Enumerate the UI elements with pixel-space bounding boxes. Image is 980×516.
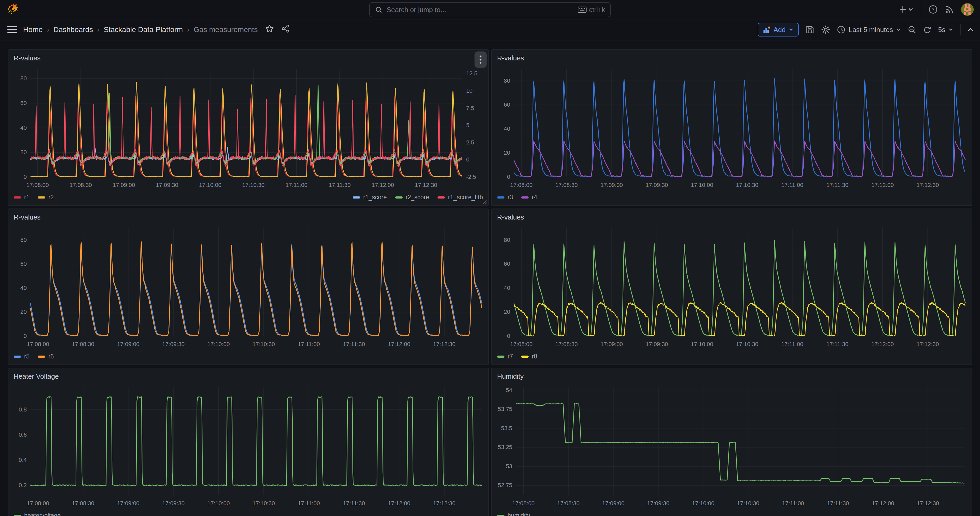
panel-title[interactable]: R-values <box>492 50 972 66</box>
share-button[interactable] <box>282 24 290 35</box>
panel-menu-button[interactable] <box>474 51 487 68</box>
y-axis-right-label: 0 <box>466 156 469 163</box>
save-icon <box>805 25 815 34</box>
add-button-label: Add <box>773 26 786 34</box>
breadcrumb-item-gas-measurements: Gas measurements <box>194 25 258 34</box>
y-axis-label: 0.8 <box>19 406 27 413</box>
y-axis-label: 80 <box>20 237 27 243</box>
chevron-up-icon <box>967 27 974 32</box>
gear-icon <box>821 25 830 34</box>
news-button[interactable] <box>945 5 954 14</box>
breadcrumb-item-home[interactable]: Home <box>23 25 43 34</box>
x-axis-label: 17:08:30 <box>557 500 579 506</box>
x-axis-label: 17:10:00 <box>691 341 713 347</box>
time-series-chart[interactable]: 02040608017:08:0017:08:3017:09:0017:09:3… <box>492 66 972 193</box>
legend-item-r1_score_lttb[interactable]: r1_score_lttb <box>438 194 483 201</box>
legend-item-r2[interactable]: r2 <box>38 194 54 201</box>
panel-title[interactable]: R-values <box>8 50 488 66</box>
x-axis-label: 17:12:00 <box>372 182 394 188</box>
menu-toggle-button[interactable] <box>6 25 18 34</box>
legend-label: heatervoltage <box>24 512 60 516</box>
time-series-chart[interactable]: 02040608017:08:0017:08:3017:09:0017:09:3… <box>8 225 488 352</box>
avatar[interactable] <box>961 3 974 16</box>
zoom-out-button[interactable] <box>908 25 916 34</box>
kebab-icon <box>479 56 482 64</box>
series-line-r4 <box>514 141 965 177</box>
time-series-chart[interactable]: 02040608017:08:0017:08:3017:09:0017:09:3… <box>492 225 972 352</box>
svg-text:?: ? <box>932 7 935 12</box>
panel-r-values-4: R-values02040608017:08:0017:08:3017:09:0… <box>491 209 972 365</box>
breadcrumb: Home›Dashboards›Stackable Data Platform›… <box>23 25 258 34</box>
panel-title[interactable]: Heater Voltage <box>8 368 488 384</box>
help-button[interactable]: ? <box>929 5 937 14</box>
dashboard-settings-button[interactable] <box>821 25 830 34</box>
x-axis-label: 17:10:30 <box>737 500 759 506</box>
y-axis-right-label: -2.5 <box>466 174 476 180</box>
legend-label: r1_score_lttb <box>448 194 483 201</box>
series-line-r5 <box>30 244 482 336</box>
legend-item-r7[interactable]: r7 <box>497 353 513 360</box>
save-dashboard-button[interactable] <box>805 25 815 34</box>
time-series-chart[interactable]: 020406080-2.502.557.51012.517:08:0017:08… <box>8 66 488 193</box>
legend-label: r1_score <box>363 194 387 201</box>
refresh-interval-picker[interactable]: 5s <box>938 26 953 34</box>
legend-item-r5[interactable]: r5 <box>14 353 29 360</box>
x-axis-label: 17:12:00 <box>871 182 894 188</box>
time-series-chart[interactable]: 0.20.40.60.817:08:0017:08:3017:09:0017:0… <box>8 384 488 511</box>
collapse-toolbar-button[interactable] <box>967 27 974 32</box>
panel-title[interactable]: R-values <box>492 209 972 225</box>
y-axis-label: 60 <box>504 261 510 267</box>
x-axis-label: 17:09:00 <box>600 341 623 347</box>
new-button[interactable] <box>899 6 913 13</box>
legend-item-r8[interactable]: r8 <box>521 353 537 360</box>
breadcrumb-item-dashboards[interactable]: Dashboards <box>53 25 93 34</box>
favorite-button[interactable] <box>265 24 274 35</box>
grafana-logo[interactable] <box>6 3 20 16</box>
time-series-chart[interactable]: 52.755353.2553.553.755417:08:0017:08:301… <box>492 384 972 511</box>
breadcrumb-item-stackable-data-platform[interactable]: Stackable Data Platform <box>104 25 183 34</box>
dashboard-grid: R-values020406080-2.502.557.51012.517:08… <box>0 49 980 516</box>
x-axis-label: 17:08:30 <box>72 341 94 347</box>
x-axis-label: 17:11:00 <box>781 341 803 347</box>
legend-item-r3[interactable]: r3 <box>497 194 513 201</box>
legend-item-r1_score[interactable]: r1_score <box>353 194 387 201</box>
legend-item-r6[interactable]: r6 <box>38 353 54 360</box>
legend-item-r4[interactable]: r4 <box>521 194 537 201</box>
legend-swatch <box>353 196 360 199</box>
x-axis-label: 17:09:30 <box>162 500 185 506</box>
x-axis-label: 17:11:30 <box>329 182 351 188</box>
legend-swatch <box>14 196 21 199</box>
y-axis-label: 80 <box>504 78 510 84</box>
top-bar: Search or jump to... ctrl+k <box>0 0 980 19</box>
legend-swatch <box>438 196 445 199</box>
x-axis-label: 17:09:00 <box>117 500 139 506</box>
x-axis-label: 17:08:00 <box>512 500 535 506</box>
x-axis-label: 17:09:00 <box>602 500 624 506</box>
y-axis-label: 40 <box>20 285 27 291</box>
panel-legend: r7r8 <box>497 353 966 360</box>
legend-item-humidity[interactable]: humidity <box>497 512 530 516</box>
x-axis-label: 17:10:30 <box>736 182 758 188</box>
y-axis-label: 52.75 <box>498 482 512 489</box>
refresh-button[interactable] <box>923 25 931 34</box>
rss-icon <box>945 5 954 14</box>
add-panel-button[interactable]: Add <box>758 23 799 37</box>
y-axis-label: 20 <box>504 150 510 156</box>
y-axis-label: 20 <box>20 309 27 315</box>
x-axis-label: 17:12:30 <box>916 182 939 188</box>
panel-title[interactable]: Humidity <box>492 368 972 384</box>
x-axis-label: 17:10:00 <box>207 500 230 506</box>
legend-item-r1[interactable]: r1 <box>14 194 29 201</box>
search-input[interactable]: Search or jump to... ctrl+k <box>369 2 611 18</box>
search-placeholder: Search or jump to... <box>387 6 573 14</box>
panel-title[interactable]: R-values <box>8 209 488 225</box>
legend-item-heatervoltage[interactable]: heatervoltage <box>14 512 60 516</box>
time-range-picker[interactable]: Last 5 minutes <box>837 25 901 34</box>
refresh-interval-label: 5s <box>938 26 945 34</box>
x-axis-label: 17:12:30 <box>917 500 939 506</box>
x-axis-label: 17:09:30 <box>646 182 668 188</box>
legend-label: r5 <box>24 353 29 360</box>
legend-swatch <box>395 196 402 199</box>
resize-handle[interactable] <box>482 199 487 204</box>
legend-item-r2_score[interactable]: r2_score <box>395 194 429 201</box>
